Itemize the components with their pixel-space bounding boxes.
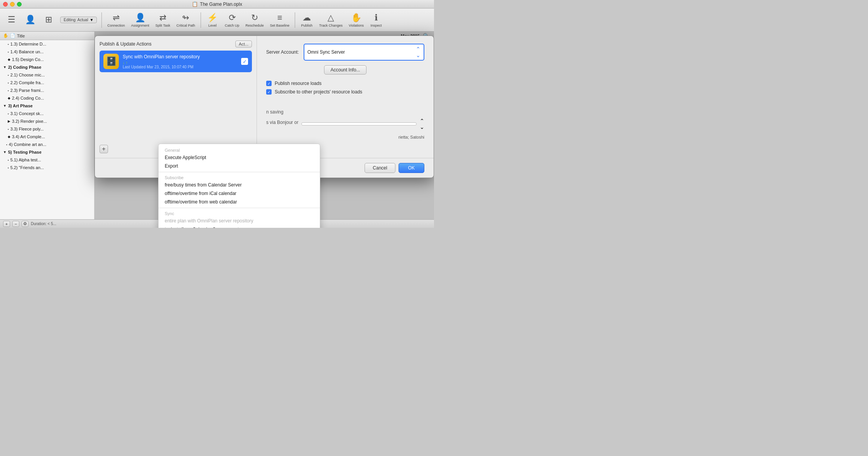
toolbar-level[interactable]: ⚡ Level xyxy=(204,12,221,29)
level-icon: ⚡ xyxy=(207,13,218,23)
modal-overlay: Publish & Update Actions Act... 🗄️ Sync … xyxy=(95,32,434,219)
sync-text: Sync with OmniPlan server repository ↓ ↑… xyxy=(123,54,237,69)
split-task-label: Split Task xyxy=(155,24,170,27)
checkbox-publish-label: Publish resource loads xyxy=(275,81,321,86)
toolbar-inspect[interactable]: ℹ Inspect xyxy=(368,12,385,29)
menu-sync-calendar-events[interactable]: tasks to/from Calendar Server events xyxy=(159,225,320,228)
toolbar-critical-path[interactable]: ↬ Critical Path xyxy=(174,12,198,29)
toolbar: ☰ 👤 ⊞ Editing: Actual ▼ ⇌ Connection 👤 A… xyxy=(0,8,434,32)
task-1-3[interactable]: •1.3) Determine D... xyxy=(0,40,94,48)
title-bar: 📋 The Game Plan.oplx xyxy=(0,0,434,8)
publish-actions-title: Publish & Update Actions xyxy=(100,41,152,47)
toolbar-view-person[interactable]: 👤 xyxy=(22,14,39,27)
dialog-right: Server Account: Omni Sync Server ⌃⌄ Acco… xyxy=(257,36,434,158)
toolbar-split-task[interactable]: ⇄ Split Task xyxy=(153,12,172,29)
sidebar-header: ✋ 📄 Title xyxy=(0,32,94,40)
task-3-4[interactable]: ◆3.4) Art Comple... xyxy=(0,133,94,141)
separator-2 xyxy=(201,12,201,28)
task-2-2[interactable]: •2.2) Compile fra... xyxy=(0,79,94,86)
sync-item[interactable]: 🗄️ Sync with OmniPlan server repository … xyxy=(100,51,252,72)
dialog-left: Publish & Update Actions Act... 🗄️ Sync … xyxy=(95,36,257,158)
toolbar-connection[interactable]: ⇌ Connection xyxy=(105,12,127,29)
server-account-select[interactable]: Omni Sync Server ⌃⌄ xyxy=(304,44,424,61)
server-icon: 🗄️ xyxy=(106,56,117,66)
menu-execute-applescript[interactable]: Execute AppleScript xyxy=(159,153,320,162)
critical-path-icon: ↬ xyxy=(182,13,189,23)
task-1-4[interactable]: •1.4) Balance un... xyxy=(0,48,94,56)
task-3-3[interactable]: •3.3) Fleece poly... xyxy=(0,125,94,133)
toolbar-set-baseline[interactable]: ≡ Set Baseline xyxy=(268,12,292,29)
traffic-lights[interactable] xyxy=(3,2,22,7)
cancel-button[interactable]: Cancel xyxy=(365,163,395,173)
assignment-label: Assignment xyxy=(131,24,149,27)
maximize-button[interactable] xyxy=(17,2,22,7)
catch-up-label: Catch Up xyxy=(225,24,240,27)
sync-subtitle: Last Updated Mar 23, 2015, 10:07:40 PM xyxy=(123,65,237,69)
inspect-label: Inspect xyxy=(370,24,382,27)
server-select-text: Omni Sync Server xyxy=(307,49,345,55)
bullet-icon: • xyxy=(8,81,9,85)
triangle-icon: ▼ xyxy=(3,104,7,108)
menu-offtime-web[interactable]: offtime/overtime from web calendar xyxy=(159,198,320,206)
task-group-2[interactable]: ▼2) Coding Phase xyxy=(0,63,94,71)
task-2-3[interactable]: •2.3) Parse frami... xyxy=(0,86,94,94)
task-3-2[interactable]: ▶3.2) Render pixe... xyxy=(0,117,94,125)
triangle-icon: ▼ xyxy=(3,150,7,154)
add-action-button[interactable]: + xyxy=(100,145,108,153)
bullet-icon: • xyxy=(6,143,7,146)
list-icon: ☰ xyxy=(8,15,15,25)
toolbar-view-grid[interactable]: ⊞ xyxy=(40,14,57,27)
task-1-5[interactable]: ◆1.5) Design Co... xyxy=(0,56,94,63)
sync-checkbox[interactable]: ✓ xyxy=(241,58,248,65)
subscribe-section-label: Subscribe xyxy=(159,174,320,181)
menu-freebusy-calendar[interactable]: free/busy times from Calendar Server xyxy=(159,181,320,189)
toolbar-catch-up[interactable]: ⟳ Catch Up xyxy=(223,12,242,29)
menu-export[interactable]: Export xyxy=(159,162,320,170)
toolbar-assignment[interactable]: 👤 Assignment xyxy=(129,12,152,29)
task-2-1[interactable]: •2.1) Choose mic... xyxy=(0,71,94,79)
task-5-1[interactable]: •5.1) Alpha test... xyxy=(0,156,94,164)
account-info-button[interactable]: Account Info... xyxy=(324,65,367,75)
minimize-button[interactable] xyxy=(10,2,15,7)
ok-button[interactable]: OK xyxy=(399,163,424,173)
toolbar-view-list[interactable]: ☰ xyxy=(3,14,20,27)
file-icon: 📋 xyxy=(192,1,198,7)
task-group-5[interactable]: ▼5) Testing Phase xyxy=(0,148,94,156)
menu-offtime-ical[interactable]: offtime/overtime from iCal calendar xyxy=(159,189,320,198)
bullet-icon: • xyxy=(8,127,9,131)
sync-title: Sync with OmniPlan server repository xyxy=(123,54,237,59)
toolbar-publish[interactable]: ☁ Publish xyxy=(298,12,315,29)
task-4[interactable]: •4) Combine art an... xyxy=(0,141,94,148)
add-task-button[interactable]: + xyxy=(3,221,10,227)
bonjour-row: s via Bonjour or ⌃⌄ xyxy=(266,118,424,130)
server-account-label: Server Account: xyxy=(266,49,299,55)
inspect-icon: ℹ xyxy=(375,13,378,23)
checkbox-publish-icon[interactable]: ✓ xyxy=(266,81,272,86)
toolbar-track-changes[interactable]: △ Track Changes xyxy=(317,12,345,29)
window-title: 📋 The Game Plan.oplx xyxy=(192,1,242,7)
grid-icon: ⊞ xyxy=(45,15,52,25)
task-group-3[interactable]: ▼3) Art Phase xyxy=(0,102,94,110)
checkbox-subscribe-icon[interactable]: ✓ xyxy=(266,89,272,95)
split-task-icon: ⇄ xyxy=(159,13,166,23)
arrow-down-icon: ↓ xyxy=(123,60,125,65)
chevron-down-icon: ▼ xyxy=(90,18,93,22)
close-button[interactable] xyxy=(3,2,8,7)
task-5-2[interactable]: •5.2) "Friends an... xyxy=(0,164,94,171)
task-3-1[interactable]: •3.1) Concept sk... xyxy=(0,110,94,117)
act-button[interactable]: Act... xyxy=(235,41,252,47)
publish-actions-header: Publish & Update Actions Act... xyxy=(100,41,252,47)
stepper-icon[interactable]: ⌃⌄ xyxy=(420,118,424,130)
remove-task-button[interactable]: − xyxy=(12,221,19,227)
sidebar-title: Title xyxy=(17,34,25,38)
diamond-icon: ◆ xyxy=(8,58,10,61)
hand-icon: ✋ xyxy=(3,33,8,38)
toolbar-reschedule[interactable]: ↻ Reschedule xyxy=(243,12,266,29)
toolbar-violations[interactable]: ✋ Violations xyxy=(346,12,366,29)
chevron-down-icon: ⌃⌄ xyxy=(416,46,420,58)
bonjour-input[interactable] xyxy=(301,122,417,125)
settings-button[interactable]: ⚙ xyxy=(22,221,29,227)
triangle-icon: ▼ xyxy=(3,65,7,69)
baseline-actual-select[interactable]: Editing: Actual ▼ xyxy=(60,17,97,23)
task-2-4[interactable]: ◆2.4) Coding Co... xyxy=(0,94,94,102)
